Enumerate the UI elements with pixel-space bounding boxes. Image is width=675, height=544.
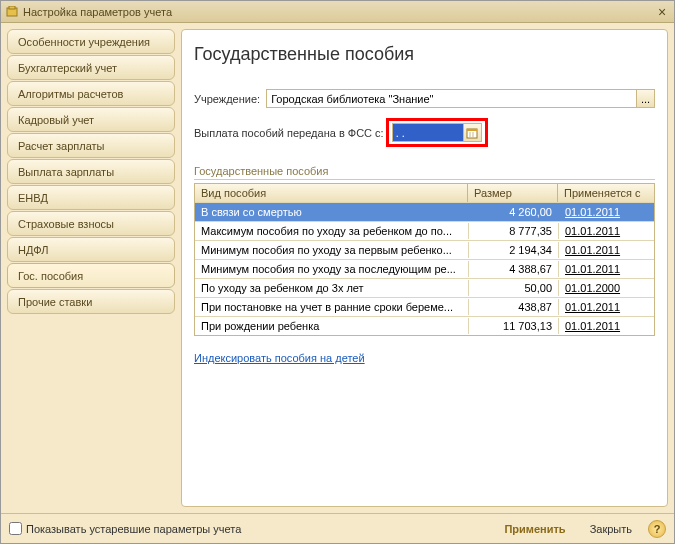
cell-date: 01.01.2011 [558,204,654,220]
tab-gov-benefits[interactable]: Гос. пособия [7,263,175,288]
cell-date: 01.01.2011 [558,261,654,277]
cell-date: 01.01.2011 [558,242,654,258]
tab-calc-algorithms[interactable]: Алгоритмы расчетов [7,81,175,106]
show-obsolete-checkbox[interactable]: Показывать устаревшие параметры учета [9,522,241,535]
cell-benefit-name: Максимум пособия по уходу за ребенком до… [195,223,468,239]
date-link[interactable]: 01.01.2011 [565,263,620,275]
tab-other-rates[interactable]: Прочие ставки [7,289,175,314]
institution-row: Учреждение: Городская библиотека "Знание… [194,89,655,108]
col-header-amount[interactable]: Размер [468,184,558,202]
cell-date: 01.01.2011 [558,299,654,315]
svg-rect-3 [467,129,477,131]
tab-institution-features[interactable]: Особенности учреждения [7,29,175,54]
cell-benefit-name: Минимум пособия по уходу за последующим … [195,261,468,277]
content-panel: Государственные пособия Учреждение: Горо… [181,29,668,507]
institution-select-button[interactable]: ... [637,89,655,108]
cell-amount: 2 194,34 [468,242,558,258]
tab-envd[interactable]: ЕНВД [7,185,175,210]
titlebar: Настройка параметров учета × [1,1,674,23]
table-row[interactable]: Максимум пособия по уходу за ребенком до… [195,221,654,240]
fss-date-label: Выплата пособий передана в ФСС с: [194,127,384,139]
fss-date-highlight: . . [386,118,488,147]
cell-benefit-name: В связи со смертью [195,204,468,220]
tab-insurance[interactable]: Страховые взносы [7,211,175,236]
tab-salary-payment[interactable]: Выплата зарплаты [7,159,175,184]
cell-amount: 4 388,67 [468,261,558,277]
cell-amount: 4 260,00 [468,204,558,220]
table-row[interactable]: При постановке на учет в ранние сроки бе… [195,297,654,316]
cell-amount: 50,00 [468,280,558,296]
cell-amount: 11 703,13 [468,318,558,334]
table-section-title: Государственные пособия [194,165,655,180]
table-row[interactable]: При рождении ребенка11 703,1301.01.2011 [195,316,654,335]
cell-benefit-name: При постановке на учет в ранние сроки бе… [195,299,468,315]
close-icon[interactable]: × [654,4,670,20]
help-button[interactable]: ? [648,520,666,538]
col-header-type[interactable]: Вид пособия [195,184,468,202]
body: Особенности учреждения Бухгалтерский уче… [1,23,674,513]
cell-date: 01.01.2011 [558,318,654,334]
table-row[interactable]: По уходу за ребенком до 3х лет50,0001.01… [195,278,654,297]
cell-benefit-name: Минимум пособия по уходу за первым ребен… [195,242,468,258]
date-link[interactable]: 01.01.2000 [565,282,620,294]
table-row[interactable]: Минимум пособия по уходу за первым ребен… [195,240,654,259]
fss-date-row: Выплата пособий передана в ФСС с: . . [194,118,655,147]
col-header-date[interactable]: Применяется с [558,184,654,202]
institution-label: Учреждение: [194,93,260,105]
calendar-button[interactable] [464,123,482,142]
date-link[interactable]: 01.01.2011 [565,320,620,332]
index-link-row: Индексировать пособия на детей [194,352,655,364]
benefits-table: Вид пособия Размер Применяется с В связи… [194,183,655,336]
table-row[interactable]: В связи со смертью4 260,0001.01.2011 [195,202,654,221]
index-benefits-link[interactable]: Индексировать пособия на детей [194,352,365,364]
table-header: Вид пособия Размер Применяется с [195,184,654,202]
page-title: Государственные пособия [194,44,655,65]
window-title: Настройка параметров учета [23,6,654,18]
svg-rect-1 [9,6,15,9]
date-link[interactable]: 01.01.2011 [565,206,620,218]
cell-date: 01.01.2011 [558,223,654,239]
cell-date: 01.01.2000 [558,280,654,296]
tab-accounting[interactable]: Бухгалтерский учет [7,55,175,80]
cell-amount: 8 777,35 [468,223,558,239]
close-button[interactable]: Закрыть [580,519,642,539]
app-icon [5,5,19,19]
institution-field[interactable]: Городская библиотека "Знание" [266,89,637,108]
tab-ndfl[interactable]: НДФЛ [7,237,175,262]
settings-window: Настройка параметров учета × Особенности… [0,0,675,544]
fss-date-field[interactable]: . . [392,123,464,142]
apply-button[interactable]: Применить [494,519,575,539]
footer: Показывать устаревшие параметры учета Пр… [1,513,674,543]
date-link[interactable]: 01.01.2011 [565,244,620,256]
cell-benefit-name: По уходу за ребенком до 3х лет [195,280,468,296]
cell-amount: 438,87 [468,299,558,315]
show-obsolete-checkbox-input[interactable] [9,522,22,535]
cell-benefit-name: При рождении ребенка [195,318,468,334]
tab-salary-calc[interactable]: Расчет зарплаты [7,133,175,158]
table-body: В связи со смертью4 260,0001.01.2011Макс… [195,202,654,335]
date-link[interactable]: 01.01.2011 [565,301,620,313]
date-link[interactable]: 01.01.2011 [565,225,620,237]
tab-personnel[interactable]: Кадровый учет [7,107,175,132]
sidebar: Особенности учреждения Бухгалтерский уче… [7,29,175,507]
calendar-icon [466,127,478,139]
table-row[interactable]: Минимум пособия по уходу за последующим … [195,259,654,278]
